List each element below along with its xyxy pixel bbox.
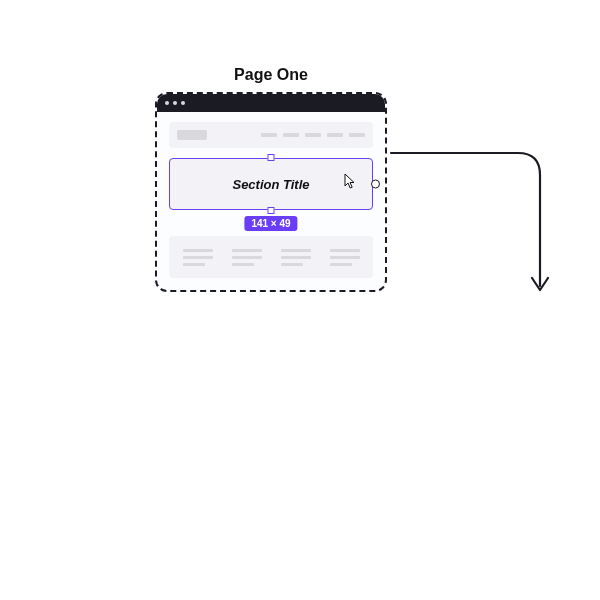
connector-arrow: [388, 150, 553, 300]
resize-handle-bottom[interactable]: [268, 207, 275, 214]
nav-placeholder: [261, 133, 277, 137]
text-placeholder: [281, 249, 311, 252]
section-title-text: Section Title: [232, 177, 309, 192]
link-connector-dot[interactable]: [371, 180, 380, 189]
text-placeholder: [281, 263, 303, 266]
logo-placeholder: [177, 130, 207, 140]
text-placeholder: [281, 256, 311, 259]
nav-placeholder: [349, 133, 365, 137]
header-panel: [169, 122, 373, 148]
page-content: Section Title 141 × 49: [157, 112, 385, 290]
text-placeholder: [183, 263, 205, 266]
resize-handle-top[interactable]: [268, 154, 275, 161]
text-placeholder: [330, 256, 360, 259]
text-placeholder: [330, 263, 352, 266]
text-placeholder: [232, 256, 262, 259]
nav-placeholder: [327, 133, 343, 137]
window-title-bar: [157, 94, 385, 112]
window-dot-icon: [165, 101, 169, 105]
window-dot-icon: [181, 101, 185, 105]
page-label: Page One: [155, 66, 387, 84]
text-column: [281, 249, 311, 266]
text-placeholder: [232, 263, 254, 266]
text-column: [232, 249, 262, 266]
text-column: [183, 249, 213, 266]
text-placeholder: [183, 249, 213, 252]
text-column: [330, 249, 360, 266]
dimensions-badge: 141 × 49: [244, 216, 297, 231]
nav-placeholder-group: [261, 133, 365, 137]
footer-panel: [169, 236, 373, 278]
text-placeholder: [330, 249, 360, 252]
text-placeholder: [232, 249, 262, 252]
nav-placeholder: [305, 133, 321, 137]
nav-placeholder: [283, 133, 299, 137]
text-placeholder: [183, 256, 213, 259]
cursor-icon: [344, 173, 356, 189]
page-frame: Section Title 141 × 49: [155, 92, 387, 292]
selected-section[interactable]: Section Title 141 × 49: [169, 158, 373, 210]
window-dot-icon: [173, 101, 177, 105]
